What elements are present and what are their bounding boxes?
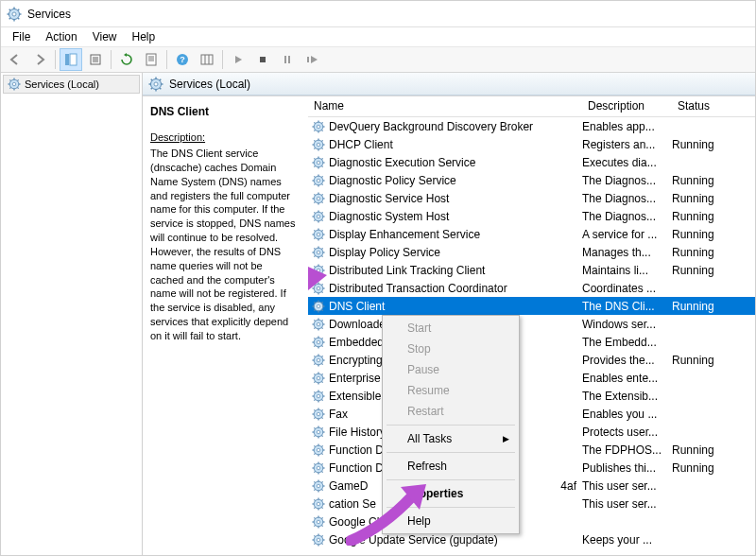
service-row[interactable]: Extensible AuthThe Extensib... — [308, 387, 755, 405]
ctx-pause[interactable]: Pause — [385, 359, 517, 380]
start-service-button[interactable] — [227, 48, 249, 71]
service-row[interactable]: Downloaded MWindows ser... — [308, 315, 755, 333]
service-row[interactable]: File History SeProtects user... — [308, 423, 755, 441]
service-row[interactable]: DNS ClientThe DNS Cli...Running — [308, 297, 755, 315]
service-row[interactable]: Diagnostic System HostThe Diagnos...Runn… — [308, 207, 755, 225]
tree-node-services-local[interactable]: Services (Local) — [3, 75, 140, 94]
service-name: DNS Client — [329, 300, 385, 313]
toolbar-separator — [222, 50, 223, 69]
ctx-start[interactable]: Start — [385, 318, 517, 339]
service-name: DevQuery Background Discovery Broker — [329, 120, 533, 133]
menu-help[interactable]: Help — [125, 28, 163, 45]
gear-icon — [148, 77, 163, 92]
service-status: Running — [672, 264, 729, 277]
service-row[interactable]: Diagnostic Policy ServiceThe Diagnos...R… — [308, 171, 755, 189]
toolbar-separator — [55, 50, 56, 69]
service-row[interactable]: Function DiscoThe FDPHOS...Running — [308, 441, 755, 459]
service-description: Executes dia... — [582, 156, 672, 169]
gear-icon — [312, 138, 325, 151]
menu-view[interactable]: View — [85, 28, 125, 45]
menu-action[interactable]: Action — [38, 28, 84, 45]
col-header-description[interactable]: Description — [582, 96, 672, 116]
service-row[interactable]: Diagnostic Service HostThe Diagnos...Run… — [308, 189, 755, 207]
service-name: Fax — [329, 408, 348, 421]
gear-icon — [312, 246, 325, 259]
svg-rect-22 — [201, 55, 213, 64]
service-description: The Diagnos... — [582, 210, 672, 223]
service-row[interactable]: Display Policy ServiceManages th...Runni… — [308, 243, 755, 261]
service-name: Diagnostic Service Host — [329, 192, 449, 205]
ctx-resume[interactable]: Resume — [385, 380, 517, 401]
services-app-icon — [7, 7, 22, 22]
column-chooser-button[interactable] — [196, 48, 218, 71]
ctx-help[interactable]: Help — [385, 511, 517, 531]
service-row[interactable]: Distributed Link Tracking ClientMaintain… — [308, 261, 755, 279]
list-header: Name Description Status — [308, 96, 755, 117]
service-description: The Extensib... — [582, 390, 672, 403]
description-text: The DNS Client service (dnscache) caches… — [150, 147, 299, 343]
service-description: This user ser... — [582, 479, 672, 493]
svg-rect-27 — [288, 56, 290, 63]
service-details-pane: DNS Client Description: The DNS Client s… — [143, 96, 308, 555]
pause-service-button[interactable] — [276, 48, 299, 71]
gear-icon — [312, 461, 325, 475]
service-name: Distributed Link Tracking Client — [329, 264, 485, 277]
service-status: Running — [672, 138, 729, 151]
ctx-all-tasks[interactable]: All Tasks▶ — [385, 428, 517, 449]
submenu-arrow-icon: ▶ — [503, 434, 509, 443]
service-description: The FDPHOS... — [582, 443, 672, 457]
forward-button[interactable] — [28, 48, 51, 71]
service-name-suffix: 4af — [560, 479, 582, 493]
service-row[interactable]: Distributed Transaction CoordinatorCoord… — [308, 279, 755, 297]
service-row[interactable]: Enterprise ApEnables ente... — [308, 369, 755, 387]
gear-icon — [312, 390, 325, 403]
col-header-status[interactable]: Status — [672, 96, 729, 116]
service-row[interactable]: DevQuery Background Discovery BrokerEnab… — [308, 117, 755, 135]
service-row[interactable]: GameD4afThis user ser... — [308, 477, 755, 495]
service-row[interactable]: Function DiscoPublishes thi...Running — [308, 459, 755, 477]
menu-file[interactable]: File — [5, 28, 38, 45]
main-pane: Services (Local) DNS Client Description:… — [143, 73, 755, 555]
service-name: Display Policy Service — [329, 246, 440, 259]
service-status: Running — [672, 192, 729, 205]
help-button[interactable]: ? — [171, 48, 194, 71]
show-hide-tree-button[interactable] — [60, 48, 82, 71]
svg-rect-28 — [307, 57, 309, 62]
ctx-stop[interactable]: Stop — [385, 339, 517, 359]
ctx-refresh[interactable]: Refresh — [385, 456, 517, 477]
service-row[interactable]: DHCP ClientRegisters an...Running — [308, 135, 755, 153]
service-row[interactable]: Diagnostic Execution ServiceExecutes dia… — [308, 153, 755, 171]
stop-service-button[interactable] — [251, 48, 274, 71]
service-row[interactable]: FaxEnables you ... — [308, 405, 755, 423]
service-description: Enables ente... — [582, 372, 672, 385]
service-description: Maintains li... — [582, 264, 672, 277]
col-header-name[interactable]: Name — [308, 96, 582, 116]
service-row[interactable]: Google Update Service (gupdate)Keeps you… — [308, 530, 755, 548]
ctx-properties[interactable]: Properties — [385, 483, 517, 504]
service-list: Name Description Status DevQuery Backgro… — [308, 96, 755, 555]
refresh-button[interactable] — [115, 48, 138, 71]
service-description: Windows ser... — [582, 318, 672, 331]
gear-icon — [8, 78, 21, 91]
gear-icon — [312, 210, 325, 223]
service-name: DHCP Client — [329, 138, 393, 151]
gear-icon — [312, 174, 325, 187]
service-row[interactable]: Display Enhancement ServiceA service for… — [308, 225, 755, 243]
window-title: Services — [27, 8, 71, 21]
back-button[interactable] — [4, 48, 26, 71]
ctx-restart[interactable]: Restart — [385, 401, 517, 422]
properties-button[interactable] — [140, 48, 163, 71]
service-status: Running — [672, 354, 729, 367]
ctx-all-tasks-label: All Tasks — [407, 432, 452, 445]
restart-service-button[interactable] — [301, 48, 323, 71]
export-list-button[interactable] — [84, 48, 107, 71]
service-status: Running — [672, 228, 729, 241]
gear-icon — [312, 354, 325, 367]
ctx-separator — [387, 425, 515, 426]
service-row[interactable]: Google Chrome Elevation Service — [308, 513, 755, 530]
service-row[interactable]: Encrypting FileProvides the...Running — [308, 351, 755, 369]
service-row[interactable]: Embedded MoThe Embedd... — [308, 333, 755, 351]
service-row[interactable]: cation SeThis user ser... — [308, 495, 755, 513]
service-description: Registers an... — [582, 138, 672, 151]
gear-icon — [312, 156, 325, 169]
